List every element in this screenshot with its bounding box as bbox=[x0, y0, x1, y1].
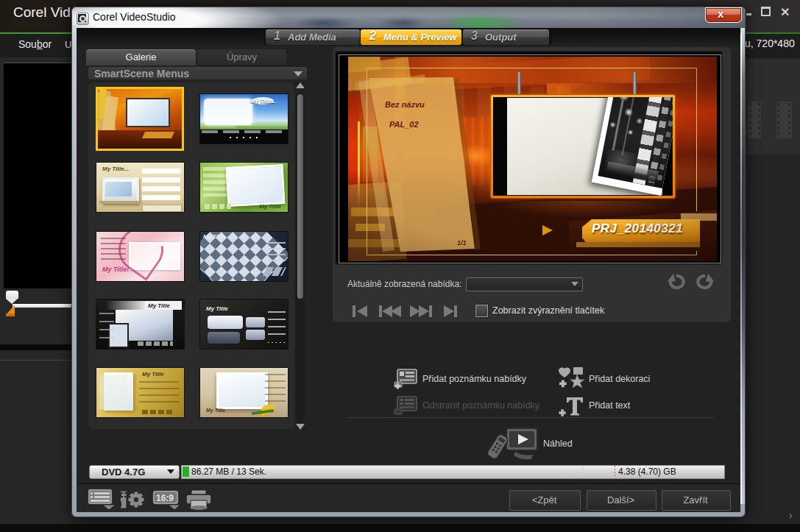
svg-text:16:9: 16:9 bbox=[156, 493, 174, 503]
